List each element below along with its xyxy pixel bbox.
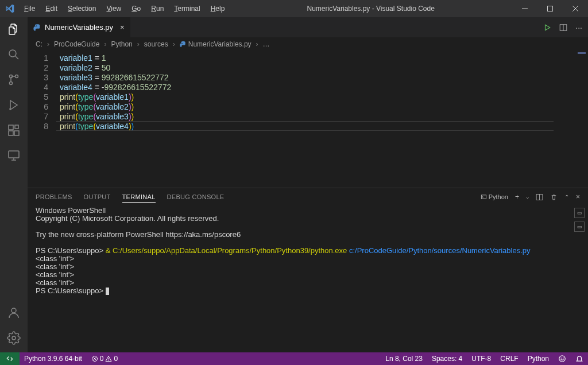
- svg-point-28: [109, 360, 109, 361]
- python-interpreter[interactable]: Python 3.9.6 64-bit: [20, 355, 87, 363]
- minimize-button[interactable]: [512, 0, 537, 17]
- breadcrumb-segment[interactable]: Python: [111, 40, 132, 48]
- svg-line-5: [16, 56, 18, 59]
- panel-caret-icon[interactable]: ⌃: [564, 194, 569, 200]
- menu-selection[interactable]: Selection: [63, 2, 100, 15]
- window-title: NumericVariables.py - Visual Studio Code: [229, 5, 512, 13]
- minimap[interactable]: [554, 51, 588, 188]
- extensions-icon[interactable]: [6, 123, 21, 138]
- svg-rect-12: [14, 131, 19, 135]
- code-line[interactable]: variable3 = 992826615522772: [60, 73, 554, 83]
- editor-tab[interactable]: NumericVariables.py ×: [28, 17, 131, 37]
- problems-indicator[interactable]: 0 0: [87, 355, 122, 363]
- indentation[interactable]: Spaces: 4: [427, 355, 467, 363]
- more-actions-icon[interactable]: ···: [575, 23, 582, 32]
- maximize-button[interactable]: [537, 0, 563, 17]
- editor-tab-label: NumericVariables.py: [45, 23, 113, 32]
- feedback-icon[interactable]: [554, 355, 571, 363]
- line-gutter: 12345678: [28, 51, 56, 188]
- svg-rect-11: [9, 131, 13, 135]
- svg-rect-13: [15, 125, 18, 129]
- breadcrumb-segment[interactable]: C:: [36, 40, 42, 48]
- menu-file[interactable]: File: [20, 2, 40, 15]
- editor[interactable]: 12345678 variable1 = 1variable2 = 50vari…: [28, 51, 588, 188]
- panel-tab-problems[interactable]: PROBLEMS: [36, 193, 72, 200]
- language-mode[interactable]: Python: [523, 355, 554, 363]
- source-control-icon[interactable]: [6, 72, 21, 87]
- svg-point-29: [559, 356, 566, 362]
- code-area[interactable]: variable1 = 1variable2 = 50variable3 = 9…: [56, 51, 554, 188]
- kill-terminal-icon[interactable]: [550, 193, 558, 201]
- menu-go[interactable]: Go: [127, 2, 145, 15]
- breadcrumb[interactable]: C:›ProCodeGuide›Python›sources›NumericVa…: [28, 37, 588, 51]
- svg-point-30: [561, 358, 562, 359]
- svg-rect-1: [548, 6, 553, 11]
- svg-point-4: [9, 50, 16, 57]
- breadcrumb-segment[interactable]: NumericVariables.py: [180, 40, 252, 48]
- breadcrumb-segment[interactable]: ProCodeGuide: [54, 40, 99, 48]
- python-file-icon: [33, 24, 41, 32]
- svg-point-17: [11, 308, 16, 313]
- terminal-shell-label[interactable]: Python: [481, 193, 508, 200]
- notifications-icon[interactable]: [571, 355, 588, 363]
- eol[interactable]: CRLF: [496, 355, 523, 363]
- tab-close-icon[interactable]: ×: [120, 23, 125, 32]
- editor-toolbar: ···: [543, 17, 588, 37]
- vscode-logo: [0, 4, 20, 13]
- svg-rect-14: [9, 151, 19, 158]
- terminal-body[interactable]: ▭ ▭ Windows PowerShellCopyright (C) Micr…: [28, 205, 588, 352]
- terminal-dropdown-icon[interactable]: ⌵: [526, 194, 529, 200]
- account-icon[interactable]: [6, 305, 21, 320]
- code-line[interactable]: variable2 = 50: [60, 63, 554, 73]
- panel-tab-bar: PROBLEMSOUTPUTTERMINALDEBUG CONSOLE Pyth…: [28, 188, 588, 205]
- svg-point-8: [10, 82, 13, 85]
- breadcrumb-segment[interactable]: …: [263, 40, 270, 48]
- run-debug-icon[interactable]: [6, 98, 21, 112]
- menu-edit[interactable]: Edit: [41, 2, 62, 15]
- code-line[interactable]: print(type(variable1)): [60, 92, 554, 102]
- panel-close-icon[interactable]: ×: [576, 193, 580, 201]
- svg-point-6: [16, 75, 18, 78]
- bottom-panel: PROBLEMSOUTPUTTERMINALDEBUG CONSOLE Pyth…: [28, 188, 588, 352]
- menu-help[interactable]: Help: [206, 2, 230, 15]
- activity-bar: [0, 17, 28, 352]
- code-line[interactable]: print(type(variable2)): [60, 102, 554, 112]
- menu-run[interactable]: Run: [146, 2, 168, 15]
- code-line[interactable]: variable4 = -992826615522772: [60, 83, 554, 92]
- panel-tab-output[interactable]: OUTPUT: [84, 193, 111, 200]
- close-button[interactable]: [563, 0, 588, 17]
- breadcrumb-segment[interactable]: sources: [144, 40, 168, 48]
- remote-explorer-icon[interactable]: [6, 148, 21, 163]
- split-terminal-icon[interactable]: [536, 193, 543, 201]
- explorer-icon[interactable]: [6, 22, 21, 37]
- window-controls: [512, 0, 588, 17]
- settings-icon[interactable]: [6, 331, 21, 345]
- title-bar: FileEditSelectionViewGoRunTerminalHelp N…: [0, 0, 588, 17]
- svg-rect-21: [481, 195, 486, 198]
- terminal-group-icon[interactable]: ▭: [574, 222, 585, 232]
- menu-bar: FileEditSelectionViewGoRunTerminalHelp: [20, 2, 229, 15]
- split-editor-icon[interactable]: [559, 24, 567, 32]
- encoding[interactable]: UTF-8: [467, 355, 496, 363]
- editor-tab-bar: NumericVariables.py × ···: [28, 17, 588, 37]
- menu-terminal[interactable]: Terminal: [169, 2, 204, 15]
- code-line[interactable]: print(type(variable3)): [60, 112, 554, 122]
- code-line[interactable]: variable1 = 1: [60, 53, 554, 63]
- new-terminal-icon[interactable]: +: [515, 193, 519, 201]
- svg-point-18: [12, 336, 16, 340]
- svg-point-31: [563, 358, 563, 359]
- terminal-group-icon[interactable]: ▭: [574, 208, 585, 218]
- status-bar: Python 3.9.6 64-bit 0 0 Ln 8, Col 23 Spa…: [0, 352, 588, 365]
- svg-rect-10: [9, 125, 13, 130]
- search-icon[interactable]: [6, 47, 21, 62]
- panel-tab-terminal[interactable]: TERMINAL: [122, 193, 156, 203]
- svg-point-9: [9, 108, 10, 110]
- run-file-icon[interactable]: [543, 24, 551, 32]
- remote-indicator[interactable]: [0, 352, 20, 365]
- panel-tab-debug-console[interactable]: DEBUG CONSOLE: [167, 193, 225, 200]
- menu-view[interactable]: View: [102, 2, 126, 15]
- cursor-position[interactable]: Ln 8, Col 23: [381, 355, 427, 363]
